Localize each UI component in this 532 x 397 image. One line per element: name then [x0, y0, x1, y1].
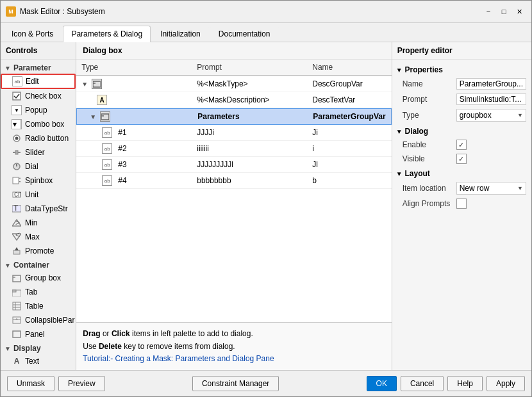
expand-tri-0[interactable]: ▼	[81, 81, 89, 88]
maximize-button[interactable]: □	[497, 4, 511, 19]
cell-name-3: Ji	[307, 127, 391, 138]
cell-type-4: ab #2	[76, 142, 192, 155]
dialog-section-header[interactable]: ▼ Dialog	[392, 125, 531, 138]
panel-control[interactable]: Panel	[1, 327, 76, 341]
radiobutton-control[interactable]: Radio button	[1, 131, 76, 145]
combobox-control[interactable]: ▾ Combo box	[1, 117, 76, 131]
unit-control[interactable]: cm Unit	[1, 188, 76, 202]
parameter-section: ▼ Parameter ab Edit Check box ▼	[1, 62, 76, 258]
type-dropdown-arrow: ▼	[517, 112, 523, 118]
unmask-button[interactable]: Unmask	[7, 376, 54, 391]
dialog-section-label: Dialog	[405, 127, 429, 136]
properties-section-header[interactable]: ▼ Properties	[392, 63, 531, 76]
svg-marker-30	[15, 318, 18, 320]
checkbox-control[interactable]: Check box	[1, 89, 76, 103]
preview-button[interactable]: Preview	[58, 376, 105, 391]
display-expand-icon: ▼	[4, 345, 11, 352]
spinbox-control[interactable]: Spinbox	[1, 174, 76, 188]
table-row[interactable]: ab #4 bbbbbbbb b	[76, 173, 391, 189]
row-icon-0	[92, 79, 102, 89]
display-section: ▼ Display A Text	[1, 343, 76, 368]
info-or: or	[103, 329, 112, 338]
controls-list: ▼ Parameter ab Edit Check box ▼	[1, 60, 76, 370]
tutorial-link[interactable]: Tutorial:- Creating a Mask: Parameters a…	[83, 354, 274, 363]
cell-name-0: DescGroupVar	[307, 78, 391, 90]
parameter-section-header[interactable]: ▼ Parameter	[1, 62, 76, 74]
container-expand-icon: ▼	[4, 262, 11, 269]
enable-checkbox[interactable]	[456, 140, 467, 150]
dialog-section: ▼ Dialog Enable Visible	[392, 125, 531, 166]
max-label: Max	[25, 232, 40, 241]
prop-value-name-text: ParameterGroup...	[460, 79, 523, 88]
help-button[interactable]: Help	[447, 376, 483, 391]
tab-initialization[interactable]: Initialization	[152, 26, 209, 42]
display-section-header[interactable]: ▼ Display	[1, 343, 76, 354]
max-control[interactable]: < Max	[1, 230, 76, 244]
table-header: Type Prompt Name	[76, 60, 391, 76]
popup-control[interactable]: ▼ Popup	[1, 103, 76, 117]
layout-section-header[interactable]: ▼ Layout	[392, 167, 531, 180]
tab-control[interactable]: Tab	[1, 285, 76, 299]
svg-point-2	[15, 137, 19, 140]
tab-documentation[interactable]: Documentation	[210, 26, 279, 42]
svg-rect-4	[15, 150, 18, 154]
table-row[interactable]: ab #1 JJJJi Ji	[76, 125, 391, 141]
unit-icon: cm	[12, 190, 22, 200]
apply-button[interactable]: Apply	[486, 376, 525, 391]
visible-checkbox[interactable]	[456, 154, 467, 164]
text-control[interactable]: A Text	[1, 354, 76, 368]
expand-tri-2[interactable]: ▼	[90, 113, 97, 120]
collapsible-control[interactable]: CollapsiblePar	[1, 313, 76, 327]
constraint-manager-button[interactable]: Constraint Manager	[192, 376, 279, 391]
cell-name-2: ParameterGroupVar	[308, 111, 390, 122]
tab-icon-ports[interactable]: Icon & Ports	[3, 26, 62, 42]
window-title: Mask Editor : Subsystem	[20, 7, 105, 16]
table-row[interactable]: A %<MaskDescription> DescTextVar	[76, 92, 391, 108]
cell-name-4: i	[307, 143, 391, 154]
edit-control[interactable]: ab Edit	[1, 74, 76, 89]
table-row[interactable]: ▼ %<MaskType> DescGroupVar	[76, 76, 391, 92]
cancel-button[interactable]: Cancel	[401, 376, 444, 391]
prop-value-item-location-select[interactable]: New row ▼	[456, 182, 526, 195]
info-use-text: Use	[83, 342, 99, 351]
cell-type-num-5: #3	[118, 160, 126, 169]
edit-icon: ab	[12, 76, 22, 86]
slider-control[interactable]: Slider	[1, 145, 76, 159]
prop-row-visible: Visible	[392, 152, 531, 166]
bottom-bar: Unmask Preview Constraint Manager OK Can…	[1, 370, 531, 396]
datatypestr-control[interactable]: T DataTypeStr	[1, 202, 76, 216]
svg-rect-0	[13, 92, 21, 100]
min-control[interactable]: > Min	[1, 216, 76, 230]
prop-value-prompt[interactable]: Simulinkstudio:T...	[456, 93, 526, 105]
left-panel: Controls ▼ Parameter ab Edit	[1, 42, 76, 370]
promote-control[interactable]: Promote	[1, 244, 76, 258]
groupbox-control[interactable]: Group box	[1, 271, 76, 285]
svg-text:>: >	[15, 218, 20, 227]
radiobutton-label: Radio button	[25, 134, 69, 143]
table-row[interactable]: ab #3 JJJJJJJJJl Jl	[76, 157, 391, 173]
cell-prompt-0: %<MaskType>	[192, 78, 307, 90]
prop-value-name[interactable]: ParameterGroup...	[456, 78, 526, 90]
panel-icon	[12, 329, 22, 339]
align-prompts-checkbox[interactable]	[456, 199, 467, 209]
min-label: Min	[25, 218, 37, 227]
svg-rect-28	[13, 317, 21, 323]
row-icon-3: ab	[102, 127, 112, 138]
tab-parameters-dialog[interactable]: Parameters & Dialog	[63, 26, 151, 42]
close-button[interactable]: ✕	[512, 4, 526, 19]
prop-value-type-select[interactable]: groupbox ▼	[456, 109, 526, 122]
dial-control[interactable]: Dial	[1, 159, 76, 174]
ok-button[interactable]: OK	[367, 376, 397, 391]
row-icon-1: A	[97, 95, 107, 105]
min-icon: >	[12, 218, 22, 228]
slider-label: Slider	[25, 148, 45, 157]
table-row[interactable]: ▼ Parameters ParameterGroupVar	[76, 108, 391, 125]
table-row[interactable]: ab #2 iiiiiii i	[76, 141, 391, 157]
prop-value-item-location-text: New row	[460, 184, 490, 193]
minimize-button[interactable]: −	[481, 4, 495, 19]
dialog-table[interactable]: Type Prompt Name ▼ %<MaskType> DescGroup…	[76, 60, 391, 322]
table-control[interactable]: Table	[1, 299, 76, 313]
container-section-header[interactable]: ▼ Container	[1, 259, 76, 271]
svg-rect-23	[12, 290, 16, 292]
svg-rect-18	[13, 250, 20, 254]
